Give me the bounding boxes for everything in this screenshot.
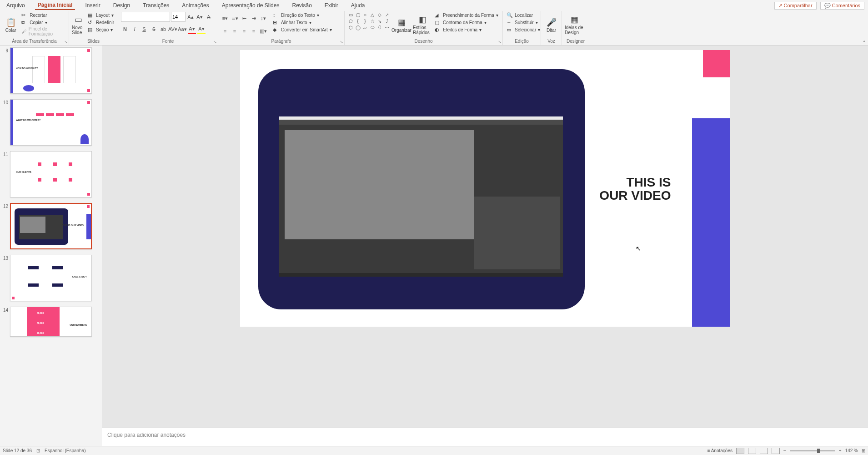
clear-format-button[interactable]: A̶ xyxy=(205,12,213,22)
slide-thumb-12[interactable]: THIS IS OUR VIDEO xyxy=(10,203,92,249)
copy-button[interactable]: ⧉Copiar ▾ xyxy=(20,19,66,25)
underline-button[interactable]: S xyxy=(140,25,148,34)
comments-button[interactable]: 💬 Comentários xyxy=(820,2,864,10)
arrange-button[interactable]: ▦ Organizar xyxy=(392,12,411,37)
group-drawing-label: Desenho xyxy=(347,39,500,44)
shapes-gallery[interactable]: ▭▢○△◇↗ ⬠{}☆↘⤴ ⬡◯▱⬭⬯⋯ xyxy=(347,12,390,30)
dictate-button[interactable]: 🎤 Ditar xyxy=(544,12,559,37)
font-name-input[interactable] xyxy=(121,12,170,22)
group-voice-label: Voz xyxy=(544,39,559,44)
tab-design[interactable]: Design xyxy=(110,1,133,10)
current-slide[interactable]: THIS IS OUR VIDEO ↖ xyxy=(240,50,730,327)
select-icon: ▭ xyxy=(507,26,513,33)
quick-styles-button[interactable]: ◧ Estilos Rápidos xyxy=(413,12,432,37)
blue-sidebar[interactable] xyxy=(692,118,730,327)
slide-thumb-14[interactable]: 50,000 80,000 20,000 OUR NUMBERS xyxy=(10,307,92,337)
change-case-button[interactable]: Aa▾ xyxy=(178,25,186,34)
clipboard-launcher[interactable]: ↘ xyxy=(64,40,68,44)
smartart-icon: ◆ xyxy=(273,26,279,33)
new-slide-button[interactable]: ▭ Novo Slide xyxy=(72,12,85,37)
decrease-indent-button[interactable]: ⇤ xyxy=(240,14,248,23)
justify-button[interactable]: ≡ xyxy=(250,26,258,35)
tab-view[interactable]: Exibir xyxy=(322,1,341,10)
accessibility-icon[interactable]: ⊡ xyxy=(36,448,40,453)
share-button[interactable]: ↗ Compartilhar xyxy=(774,2,817,10)
tab-animations[interactable]: Animações xyxy=(179,1,211,10)
reading-view-button[interactable] xyxy=(760,448,768,454)
strike-button[interactable]: S̶ xyxy=(150,25,158,34)
bullets-button[interactable]: ≡▾ xyxy=(221,14,229,23)
pink-square[interactable] xyxy=(703,50,730,77)
tab-transitions[interactable]: Transições xyxy=(140,1,172,10)
increase-font-button[interactable]: A▴ xyxy=(186,12,195,22)
workspace: 9 HOW DO WE DO IT? 10 WHA xyxy=(0,46,868,446)
slide-thumb-10[interactable]: WHAT DO WE OFFER? xyxy=(10,99,92,146)
sorter-view-button[interactable] xyxy=(748,448,756,454)
font-color-button[interactable]: A▾ xyxy=(188,25,196,34)
italic-button[interactable]: I xyxy=(130,25,139,34)
find-button[interactable]: 🔍Localizar xyxy=(506,12,541,18)
notes-toggle[interactable]: ≡ Anotações xyxy=(707,448,733,453)
text-direction-button[interactable]: ↕Direção do Texto ▾ xyxy=(272,12,333,18)
zoom-level[interactable]: 142 % xyxy=(845,448,858,453)
columns-button[interactable]: ▥▾ xyxy=(259,26,267,35)
language-indicator[interactable]: Espanhol (Espanha) xyxy=(45,448,86,453)
slide-thumb-9[interactable]: HOW DO WE DO IT? xyxy=(10,47,92,94)
collapse-ribbon-button[interactable]: ˄ xyxy=(860,11,868,45)
align-right-button[interactable]: ≡ xyxy=(240,26,248,35)
font-launcher[interactable]: ↘ xyxy=(213,40,217,44)
ribbon-tabs: Arquivo Página Inicial Inserir Design Tr… xyxy=(0,0,868,11)
shape-fill-button[interactable]: ◢Preenchimento da Forma ▾ xyxy=(434,12,499,18)
slideshow-view-button[interactable] xyxy=(772,448,780,454)
slide-editor: THIS IS OUR VIDEO ↖ Clique para adiciona… xyxy=(102,46,868,446)
slide-thumb-13[interactable]: CASE STUDY xyxy=(10,255,92,301)
tab-review[interactable]: Revisão xyxy=(289,1,314,10)
status-bar: Slide 12 de 36 ⊡ Espanhol (Espanha) ≡ An… xyxy=(0,446,868,455)
bold-button[interactable]: N xyxy=(121,25,129,34)
align-center-button[interactable]: ≡ xyxy=(231,26,239,35)
reset-button[interactable]: ↺Redefinir xyxy=(87,19,115,25)
font-size-input[interactable] xyxy=(171,12,186,22)
convert-smartart-button[interactable]: ◆Converter em SmartArt ▾ xyxy=(272,26,333,33)
tab-arquivo[interactable]: Arquivo xyxy=(4,1,28,10)
video-placeholder[interactable] xyxy=(258,69,585,309)
highlight-button[interactable]: A▾ xyxy=(197,25,206,34)
decrease-font-button[interactable]: A▾ xyxy=(196,12,204,22)
thumb-number: 14 xyxy=(2,307,8,313)
tab-home[interactable]: Página Inicial xyxy=(35,1,75,10)
cut-button[interactable]: ✂Recortar xyxy=(20,12,66,18)
zoom-in-button[interactable]: + xyxy=(839,448,842,453)
slide-thumb-11[interactable]: OUR CLIENTS xyxy=(10,151,92,197)
replace-icon: ↔ xyxy=(507,19,513,25)
section-button[interactable]: ▤Seção ▾ xyxy=(87,26,115,33)
shape-effects-button[interactable]: ◐Efeitos de Forma ▾ xyxy=(434,26,499,33)
fit-to-window-button[interactable]: ⊞ xyxy=(862,448,865,453)
char-spacing-button[interactable]: AV▾ xyxy=(169,25,177,34)
drawing-launcher[interactable]: ↘ xyxy=(498,40,502,44)
tab-help[interactable]: Ajuda xyxy=(348,1,368,10)
normal-view-button[interactable] xyxy=(736,448,744,454)
shadow-button[interactable]: ab xyxy=(159,25,167,34)
paragraph-launcher[interactable]: ↘ xyxy=(340,40,343,44)
replace-button[interactable]: ↔Substituir ▾ xyxy=(506,19,541,25)
align-left-button[interactable]: ≡ xyxy=(221,26,229,35)
shape-outline-button[interactable]: ▢Contorno da Forma ▾ xyxy=(434,19,499,25)
tab-insert[interactable]: Inserir xyxy=(82,1,103,10)
align-text-button[interactable]: ⊟Alinhar Texto ▾ xyxy=(272,19,333,25)
tab-slideshow[interactable]: Apresentação de Slides xyxy=(219,1,282,10)
notes-pane[interactable]: Clique para adicionar anotações xyxy=(102,428,868,446)
slide-title-text[interactable]: THIS IS OUR VIDEO xyxy=(599,176,671,202)
numbering-button[interactable]: ≣▾ xyxy=(231,14,239,23)
layout-button[interactable]: ▦Layout ▾ xyxy=(87,12,115,18)
line-spacing-button[interactable]: ↕▾ xyxy=(259,14,267,23)
zoom-slider[interactable] xyxy=(790,450,835,451)
select-button[interactable]: ▭Selecionar ▾ xyxy=(506,26,541,33)
zoom-out-button[interactable]: − xyxy=(783,448,786,453)
group-slides-label: Slides xyxy=(72,39,115,44)
format-painter-button[interactable]: 🖌Pincel de Formatação xyxy=(20,26,66,36)
design-ideas-button[interactable]: ▦ Ideias de Design xyxy=(565,12,584,37)
slide-thumbnail-panel[interactable]: 9 HOW DO WE DO IT? 10 WHA xyxy=(0,46,102,446)
increase-indent-button[interactable]: ⇥ xyxy=(250,14,258,23)
paste-button[interactable]: 📋 Colar xyxy=(3,12,19,37)
text-direction-icon: ↕ xyxy=(273,12,279,18)
